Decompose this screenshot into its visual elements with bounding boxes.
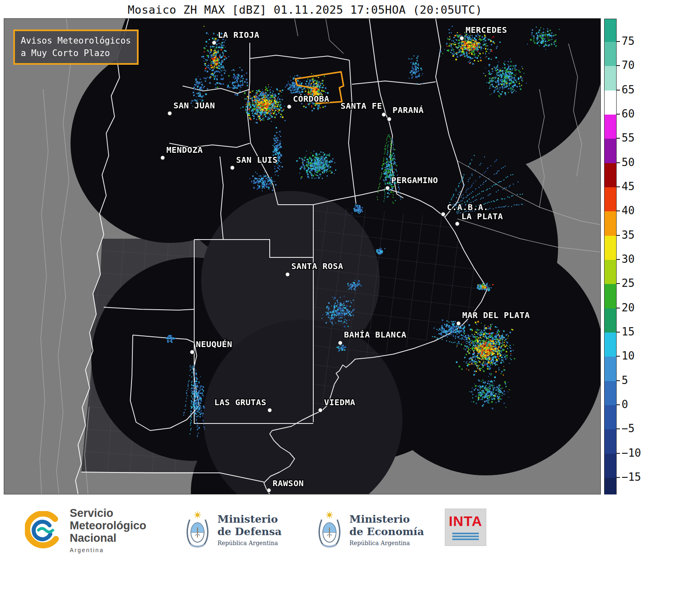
colorbar-segment <box>605 91 616 115</box>
city-dot <box>267 488 271 492</box>
city-label: BAHÍA BLANCA <box>344 330 407 340</box>
ministerio-defensa-block: Ministerio de Defensa República Argentin… <box>185 511 282 548</box>
colorbar-tick-mark <box>617 41 620 42</box>
colorbar-segment <box>605 284 616 308</box>
warning-legend-line1: Avisos Meteorológicos <box>21 34 131 47</box>
colorbar-segment <box>605 260 616 284</box>
smn-logo-icon <box>25 511 63 549</box>
colorbar-tick-mark <box>617 428 620 429</box>
colorbar-segment <box>605 187 616 211</box>
colorbar-segment <box>605 381 616 405</box>
smn-wordmark: Servicio Meteorológico Nacional Argentin… <box>70 507 146 553</box>
city-label: SANTA ROSA <box>291 261 343 271</box>
economia-line2: de Economía <box>349 526 424 538</box>
colorbar-segment <box>605 236 616 260</box>
colorbar-segment <box>605 139 616 163</box>
colorbar-tick-label: 75 <box>622 35 634 47</box>
colorbar-tick-label: −5 <box>622 422 634 435</box>
colorbar-tick-mark <box>617 186 620 187</box>
colorbar-tick-mark <box>617 453 620 454</box>
city-dot <box>455 222 459 226</box>
colorbar-tick-label: 0 <box>622 398 628 411</box>
economia-sub: República Argentina <box>349 540 424 546</box>
colorbar-tick-label: 10 <box>622 350 634 362</box>
smn-logo-block: Servicio Meteorológico Nacional Argentin… <box>25 507 146 553</box>
city-label: C.A.B.A. <box>447 202 488 212</box>
colorbar-segment <box>605 115 616 139</box>
city-dot <box>338 341 342 345</box>
colorbar-tick-mark <box>617 380 620 381</box>
colorbar-tick-label: 45 <box>622 180 634 193</box>
colorbar-tick-label: 60 <box>622 108 634 120</box>
city-dot <box>190 350 194 354</box>
city-dot <box>230 166 234 170</box>
colorbar-tick-mark <box>617 90 620 91</box>
city-label: RAWSON <box>273 478 304 488</box>
colorbar-segment <box>605 19 616 42</box>
smn-line3: Nacional <box>70 532 146 544</box>
city-label: PERGAMINO <box>391 175 438 185</box>
colorbar-tick-mark <box>617 65 620 66</box>
colorbar-tick-mark <box>617 162 620 163</box>
city-dot <box>168 111 172 115</box>
colorbar-tick-label: −10 <box>622 447 641 459</box>
argentina-coat-of-arms-icon <box>185 511 210 548</box>
inta-stripes-icon <box>452 531 479 541</box>
city-label: MAR DEL PLATA <box>462 310 530 320</box>
inta-wordmark: INTA <box>449 513 483 529</box>
economia-line1: Ministerio <box>349 513 424 526</box>
colorbar-segment <box>605 478 616 494</box>
colorbar-tick-label: 65 <box>622 83 634 96</box>
city-label: VIEDMA <box>324 397 355 407</box>
city-label: MENDOZA <box>166 145 203 155</box>
smn-country: Argentina <box>70 547 146 553</box>
colorbar-segment <box>605 454 616 478</box>
colorbar-segment <box>605 308 616 333</box>
colorbar-segment <box>605 429 616 453</box>
city-dot <box>387 117 391 121</box>
colorbar-tick-label: −15 <box>622 471 641 483</box>
colorbar-segment <box>605 211 616 235</box>
colorbar-tick-mark <box>617 210 620 211</box>
colorbar-tick-mark <box>617 138 620 139</box>
city-label: SANTA FE <box>341 101 382 111</box>
map-overlay-layer: LA RIOJAMERCEDESSAN JUANCÓRDOBASANTA FEP… <box>4 19 600 494</box>
inta-logo-block: INTA <box>445 509 486 546</box>
city-dot <box>285 272 290 276</box>
city-label: CÓRDOBA <box>293 94 329 104</box>
city-label: NEUQUÉN <box>196 339 232 349</box>
colorbar-tick-label: 15 <box>622 325 634 338</box>
city-dot <box>441 212 445 216</box>
city-dot <box>287 105 291 109</box>
city-dot <box>456 321 461 325</box>
colorbar-tick-mark <box>617 308 620 308</box>
defensa-sub: República Argentina <box>217 540 282 546</box>
colorbar-tick-label: 70 <box>622 59 634 71</box>
colorbar-tick-mark <box>617 283 620 284</box>
ministerio-economia-wordmark: Ministerio de Economía República Argenti… <box>349 513 424 546</box>
city-label: LA RIOJA <box>218 30 259 40</box>
colorbar-segment <box>605 42 616 66</box>
defensa-line1: Ministerio <box>217 513 282 526</box>
city-dot <box>382 113 386 117</box>
page-title: Mosaico ZH MAX [dBZ] 01.11.2025 17:05HOA… <box>0 3 610 16</box>
radar-mosaic-page: Mosaico ZH MAX [dBZ] 01.11.2025 17:05HOA… <box>0 0 700 597</box>
city-label: LA PLATA <box>461 211 503 221</box>
colorbar-tick-label: 20 <box>622 301 634 314</box>
city-label: SAN JUAN <box>173 100 215 110</box>
colorbar-tick-mark <box>617 259 620 260</box>
colorbar-tick-label: 25 <box>622 277 634 289</box>
colorbar-tick-mark <box>617 477 620 478</box>
colorbar-tick-label: 35 <box>622 229 634 241</box>
city-dot <box>318 408 322 412</box>
colorbar-tick-mark <box>617 356 620 357</box>
ministerio-defensa-wordmark: Ministerio de Defensa República Argentin… <box>217 513 282 546</box>
colorbar <box>604 19 617 495</box>
warning-legend-line2: a Muy Corto Plazo <box>21 47 131 59</box>
colorbar-tick-label: 55 <box>622 132 634 144</box>
colorbar-segment <box>605 163 616 187</box>
colorbar-segment <box>605 333 616 357</box>
warning-legend-box: Avisos Meteorológicos a Muy Corto Plazo <box>13 29 139 65</box>
city-label: PARANÁ <box>393 105 424 115</box>
city-dot <box>460 36 464 40</box>
